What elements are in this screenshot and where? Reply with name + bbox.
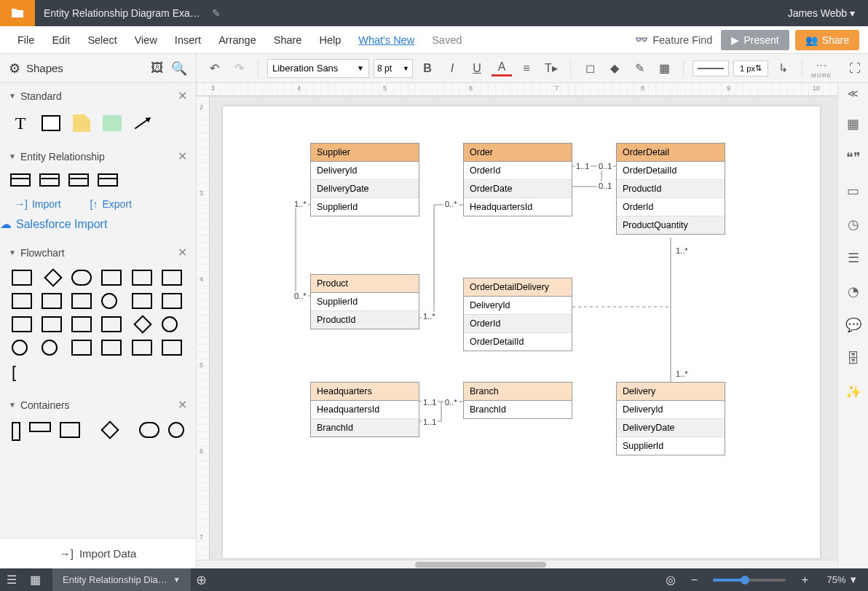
import-data-button[interactable]: →] Import Data [0,538,196,568]
container-shape-6[interactable] [168,422,184,438]
section-standard[interactable]: ▼Standard✕ [0,83,196,109]
line-options-button[interactable]: ↳ [773,58,793,79]
zoom-out-button[interactable]: − [682,574,706,587]
entity-field[interactable]: DeliveryDate [617,419,725,437]
close-icon[interactable]: ✕ [178,246,187,259]
section-flowchart[interactable]: ▼Flowchart✕ [0,240,196,265]
dock-context-icon[interactable]: ▦ [845,115,862,133]
flowchart-shape-6[interactable] [12,293,32,309]
salesforce-import-link[interactable]: ☁ Salesforce Import [0,217,196,231]
shape-options-button[interactable]: ▦ [654,58,674,79]
feature-find[interactable]: 👓 Feature Find [635,34,712,46]
flowchart-shape-12[interactable] [12,316,32,332]
bold-button[interactable]: B [417,58,438,79]
dock-chat-icon[interactable]: 💬 [845,316,862,334]
entity-header[interactable]: Order [464,144,572,162]
italic-button[interactable]: I [442,58,462,79]
page-tab[interactable]: Entity Relationship Dia… ▼ [52,568,191,591]
gear-icon[interactable]: ⚙ [9,60,20,77]
text-options-button[interactable]: T▸ [541,58,561,79]
dock-db-icon[interactable]: 🗄 [845,350,862,367]
container-shape-2[interactable] [29,422,51,432]
flowchart-shape-0[interactable] [12,270,32,286]
close-icon[interactable]: ✕ [178,398,187,412]
zoom-slider[interactable] [713,579,786,582]
more-button[interactable]: ⋯ MORE [811,58,832,79]
entity-field[interactable]: OrderId [617,198,725,216]
entity-header[interactable]: Product [311,275,419,293]
grid-view-icon[interactable]: ▦ [23,573,47,587]
menu-help[interactable]: Help [310,30,350,50]
entity-field[interactable]: SupplierId [311,293,419,311]
shape-arrow[interactable] [133,113,153,133]
flowchart-shape-21[interactable] [101,340,122,356]
line-color-button[interactable]: ✎ [629,58,650,79]
flowchart-shape-4[interactable] [132,270,152,286]
flowchart-shape-13[interactable] [42,316,62,332]
entity-field[interactable]: BranchId [464,401,572,418]
flowchart-shape-18[interactable] [12,340,28,356]
user-menu[interactable]: James Webb ▾ [775,7,868,19]
entity-header[interactable]: OrderDetailDelivery [464,278,572,297]
folder-icon[interactable] [0,0,35,26]
entity-orderdetaildelivery[interactable]: OrderDetailDeliveryDeliveryIdOrderIdOrde… [463,278,572,351]
close-icon[interactable]: ✕ [178,149,187,163]
flowchart-shape-15[interactable] [101,316,122,332]
diagram-page[interactable]: SupplierDeliveryIdDeliveryDateSupplierId… [223,106,820,558]
entity-field[interactable]: ProductQuantity [617,216,725,234]
entity-supplier[interactable]: SupplierDeliveryIdDeliveryDateSupplierId [310,143,419,216]
er-shape-1[interactable] [10,173,31,187]
entity-field[interactable]: BranchId [311,419,419,437]
align-button[interactable]: ≡ [516,58,537,79]
import-link[interactable]: →] Import [15,198,61,210]
entity-field[interactable]: ProductId [617,180,725,198]
dock-history-icon[interactable]: ◷ [845,216,862,233]
flowchart-shape-17[interactable] [162,316,178,332]
flowchart-shape-1[interactable] [44,268,62,286]
entity-field[interactable]: OrderId [464,315,572,333]
zoom-level[interactable]: 75% ▼ [816,574,868,585]
flowchart-shape-11[interactable] [162,293,182,309]
entity-field[interactable]: ProductId [311,311,419,329]
shape-block[interactable] [102,113,122,133]
entity-field[interactable]: DeliveryId [311,162,419,180]
entity-header[interactable]: OrderDetail [617,144,725,162]
entity-field[interactable]: DeliveryId [617,401,725,419]
flowchart-shape-20[interactable] [71,340,92,356]
entity-field[interactable]: DeliveryId [464,297,572,315]
menu-whats-new[interactable]: What's New [350,30,423,50]
entity-order[interactable]: OrderOrderIdOrderDateHeadquartersId [463,143,572,216]
menu-share[interactable]: Share [265,30,311,50]
menu-arrange[interactable]: Arrange [210,30,265,50]
dock-magic-icon[interactable]: ✨ [845,383,862,401]
menu-view[interactable]: View [126,30,166,50]
entity-field[interactable]: OrderDetailId [464,333,572,351]
flowchart-shape-14[interactable] [71,316,92,332]
shape-text[interactable]: T [10,113,31,133]
container-shape-4[interactable] [100,420,119,439]
flowchart-shape-2[interactable] [71,270,92,286]
entity-header[interactable]: Delivery [617,383,725,401]
flowchart-shape-10[interactable] [132,293,152,309]
section-containers[interactable]: ▼Containers✕ [0,392,196,418]
container-shape-3[interactable] [60,422,80,438]
entity-field[interactable]: SupplierId [617,437,725,455]
underline-button[interactable]: U [467,58,487,79]
menu-select[interactable]: Select [79,30,125,50]
outline-view-icon[interactable]: ☰ [0,573,23,587]
section-entity-relationship[interactable]: ▼Entity Relationship✕ [0,144,196,169]
line-width-select[interactable]: 1 px ⇅ [733,60,768,77]
flowchart-shape-9[interactable] [101,293,117,309]
target-icon[interactable]: ◎ [659,573,682,587]
search-icon[interactable]: 🔍 [171,60,187,77]
er-shape-4[interactable] [98,173,118,187]
flowchart-shape-16[interactable] [134,315,152,333]
add-page-button[interactable]: ⊕ [191,572,213,588]
dock-comments-icon[interactable]: ❝❞ [845,149,862,166]
collapse-dock-icon[interactable]: ≪ [848,87,859,99]
entity-field[interactable]: HeadquartersId [464,198,572,216]
entity-headquarters[interactable]: HeadquartersHeadquartersIdBranchId [310,382,419,437]
shape-rectangle[interactable] [41,113,61,133]
entity-header[interactable]: Branch [464,383,572,401]
er-shape-3[interactable] [68,173,89,187]
